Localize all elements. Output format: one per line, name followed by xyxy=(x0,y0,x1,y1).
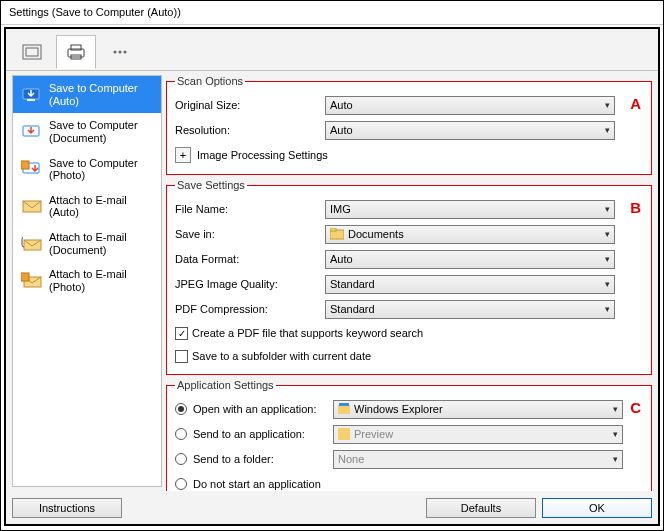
window-titlebar: Settings (Save to Computer (Auto)) xyxy=(1,1,663,25)
computer-doc-icon xyxy=(21,122,43,142)
send-folder-select: None▾ xyxy=(333,450,623,469)
svg-rect-12 xyxy=(21,161,29,169)
savein-label: Save in: xyxy=(175,228,325,240)
sidebar-item-save-auto[interactable]: Save to Computer (Auto) xyxy=(13,76,161,113)
open-with-radio[interactable] xyxy=(175,403,187,415)
do-not-start-radio[interactable] xyxy=(175,478,187,490)
sidebar-item-email-photo[interactable]: Attach to E-mail (Photo) xyxy=(13,262,161,299)
window-title: Settings (Save to Computer (Auto)) xyxy=(9,6,181,18)
jpeg-quality-label: JPEG Image Quality: xyxy=(175,278,325,290)
chevron-down-icon: ▾ xyxy=(613,454,618,464)
sidebar-item-email-auto[interactable]: Attach to E-mail (Auto) xyxy=(13,188,161,225)
section-letter-b: B xyxy=(630,199,641,216)
folder-icon xyxy=(330,228,344,240)
filename-combo[interactable]: IMG▾ xyxy=(325,200,615,219)
computer-arrow-icon xyxy=(21,85,43,105)
sidebar-item-save-document[interactable]: Save to Computer (Document) xyxy=(13,113,161,150)
do-not-start-label: Do not start an application xyxy=(193,478,321,490)
envelope-photo-icon xyxy=(21,271,43,291)
svg-rect-20 xyxy=(339,403,349,406)
pdf-keyword-checkbox[interactable]: ✓ xyxy=(175,327,188,340)
resolution-select[interactable]: Auto▾ xyxy=(325,121,615,140)
tab-bar xyxy=(6,29,658,71)
dataformat-select[interactable]: Auto▾ xyxy=(325,250,615,269)
computer-photo-icon xyxy=(21,159,43,179)
savein-select[interactable]: Documents ▾ xyxy=(325,225,615,244)
svg-point-5 xyxy=(114,51,117,54)
application-settings-legend: Application Settings xyxy=(175,379,276,391)
envelope-clip-icon xyxy=(21,234,43,254)
send-app-radio[interactable] xyxy=(175,428,187,440)
pdf-compression-select[interactable]: Standard▾ xyxy=(325,300,615,319)
chevron-down-icon: ▾ xyxy=(613,429,618,439)
subfolder-label: Save to a subfolder with current date xyxy=(192,350,371,362)
save-settings-legend: Save Settings xyxy=(175,179,247,191)
sidebar-item-label: Save to Computer (Auto) xyxy=(49,82,153,107)
svg-rect-9 xyxy=(27,99,35,101)
chevron-down-icon: ▾ xyxy=(605,304,610,314)
sidebar-item-label: Attach to E-mail (Document) xyxy=(49,231,153,256)
sidebar-item-label: Attach to E-mail (Auto) xyxy=(49,194,153,219)
original-size-select[interactable]: Auto▾ xyxy=(325,96,615,115)
preview-icon xyxy=(338,428,350,440)
original-size-label: Original Size: xyxy=(175,99,325,111)
section-letter-a: A xyxy=(630,95,641,112)
pdf-compression-label: PDF Compression: xyxy=(175,303,325,315)
save-settings-section: Save Settings B File Name: IMG▾ Save in:… xyxy=(166,179,652,375)
defaults-button[interactable]: Defaults xyxy=(426,498,536,518)
svg-point-6 xyxy=(119,51,122,54)
dataformat-label: Data Format: xyxy=(175,253,325,265)
chevron-down-icon: ▾ xyxy=(605,204,610,214)
send-folder-radio[interactable] xyxy=(175,453,187,465)
application-settings-section: Application Settings C Open with an appl… xyxy=(166,379,652,491)
expand-image-processing-button[interactable]: + xyxy=(175,147,191,163)
section-letter-c: C xyxy=(630,399,641,416)
envelope-icon xyxy=(21,196,43,216)
chevron-down-icon: ▾ xyxy=(613,404,618,414)
scan-options-legend: Scan Options xyxy=(175,75,245,87)
sidebar: Save to Computer (Auto) Save to Computer… xyxy=(12,75,162,487)
content-outline: Save to Computer (Auto) Save to Computer… xyxy=(4,27,660,526)
svg-rect-21 xyxy=(338,428,350,440)
resolution-label: Resolution: xyxy=(175,124,325,136)
subfolder-checkbox[interactable] xyxy=(175,350,188,363)
pdf-keyword-label: Create a PDF file that supports keyword … xyxy=(192,327,423,339)
open-with-select[interactable]: Windows Explorer ▾ xyxy=(333,400,623,419)
chevron-down-icon: ▾ xyxy=(605,125,610,135)
svg-rect-18 xyxy=(330,228,336,231)
tab-device-icon[interactable] xyxy=(12,35,52,69)
tab-more-icon[interactable] xyxy=(100,35,140,69)
open-with-label: Open with an application: xyxy=(193,403,333,415)
instructions-button[interactable]: Instructions xyxy=(12,498,122,518)
svg-rect-1 xyxy=(26,48,38,56)
ok-button[interactable]: OK xyxy=(542,498,652,518)
chevron-down-icon: ▾ xyxy=(605,254,610,264)
send-folder-label: Send to a folder: xyxy=(193,453,333,465)
chevron-down-icon: ▾ xyxy=(605,229,610,239)
sidebar-item-label: Attach to E-mail (Photo) xyxy=(49,268,153,293)
sidebar-item-label: Save to Computer (Photo) xyxy=(49,157,153,182)
chevron-down-icon: ▾ xyxy=(605,279,610,289)
chevron-down-icon: ▾ xyxy=(605,100,610,110)
tab-printer-icon[interactable] xyxy=(56,35,96,69)
send-app-label: Send to an application: xyxy=(193,428,333,440)
image-processing-label: Image Processing Settings xyxy=(197,149,328,161)
explorer-icon xyxy=(338,403,350,415)
svg-rect-19 xyxy=(338,405,350,414)
send-app-select: Preview ▾ xyxy=(333,425,623,444)
sidebar-item-save-photo[interactable]: Save to Computer (Photo) xyxy=(13,151,161,188)
jpeg-quality-select[interactable]: Standard▾ xyxy=(325,275,615,294)
scan-options-section: Scan Options A Original Size: Auto▾ Reso… xyxy=(166,75,652,175)
sidebar-item-email-document[interactable]: Attach to E-mail (Document) xyxy=(13,225,161,262)
filename-label: File Name: xyxy=(175,203,325,215)
svg-point-7 xyxy=(124,51,127,54)
sidebar-item-label: Save to Computer (Document) xyxy=(49,119,153,144)
svg-rect-16 xyxy=(21,273,29,281)
